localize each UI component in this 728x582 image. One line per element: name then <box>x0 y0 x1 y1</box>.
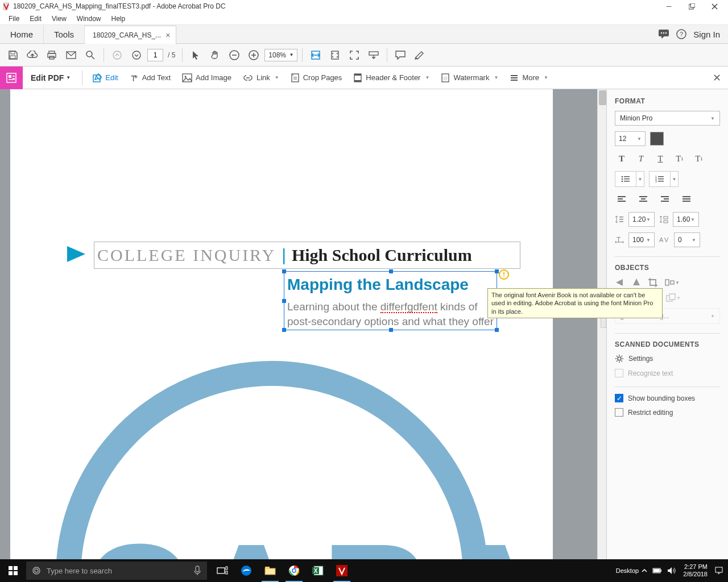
arrange-icon[interactable]: ▼ <box>666 293 681 302</box>
cara-logo-graphic: C A R A <box>10 361 553 568</box>
mail-button[interactable] <box>63 47 80 64</box>
crop-icon[interactable] <box>648 277 658 288</box>
numbered-list-button[interactable]: 123▼ <box>649 171 679 187</box>
tab-document[interactable]: 180209_CARA_HS_... × <box>85 26 176 44</box>
svg-point-14 <box>86 51 92 57</box>
svg-rect-21 <box>369 52 378 55</box>
scrollbar-thumb[interactable] <box>599 90 606 105</box>
bullet-list-button[interactable]: ▼ <box>615 171 644 187</box>
edit-button[interactable]: Edit <box>86 69 123 86</box>
tray-volume-icon[interactable] <box>667 567 676 575</box>
font-size-select[interactable]: 12▼ <box>615 131 646 146</box>
add-text-button[interactable]: TAdd Text <box>124 69 176 86</box>
align-right-button[interactable] <box>658 193 672 206</box>
tab-tools[interactable]: Tools <box>44 25 85 43</box>
edit-pdf-category-icon[interactable] <box>0 66 23 89</box>
document-view[interactable]: COLLEGE INQUIRY | High School Curriculum… <box>0 89 606 568</box>
para-spacing-select[interactable]: 1.60▼ <box>673 212 699 227</box>
minimize-button[interactable]: ─ <box>657 0 680 13</box>
task-view-icon[interactable] <box>210 559 234 582</box>
recognize-text-checkbox[interactable]: Recognize text <box>615 369 720 377</box>
tray-clock[interactable]: 2:27 PM2/8/2018 <box>683 563 708 578</box>
page-down-button[interactable] <box>128 47 145 64</box>
print-button[interactable] <box>43 47 60 64</box>
link-button[interactable]: Link▼ <box>237 69 285 86</box>
more-button[interactable]: More▼ <box>504 69 554 86</box>
fit-page-button[interactable] <box>326 47 344 64</box>
close-editbar-button[interactable]: ✕ <box>713 72 721 84</box>
subtitle-line1[interactable]: Learning about the differfgdfent kinds o… <box>287 301 478 313</box>
flip-h-icon[interactable] <box>632 277 641 288</box>
header-textbox[interactable]: COLLEGE INQUIRY | High School Curriculum <box>94 242 520 269</box>
fullscreen-button[interactable] <box>346 47 363 64</box>
highlight-button[interactable] <box>411 47 428 64</box>
watermark-button[interactable]: WWatermark▼ <box>435 69 504 86</box>
subtitle-line2[interactable]: post-secondary options and what they off… <box>287 315 494 328</box>
hscale-select[interactable]: 100▼ <box>628 232 655 247</box>
edit-pdf-dropdown[interactable]: Edit PDF▼ <box>23 73 78 82</box>
search-button[interactable] <box>82 47 99 64</box>
mapping-title-text[interactable]: Mapping the Landscape <box>287 276 469 294</box>
menu-view[interactable]: View <box>47 14 72 24</box>
align-left-button[interactable] <box>615 193 628 206</box>
zoom-out-button[interactable] <box>226 47 243 64</box>
svg-rect-95 <box>660 569 661 572</box>
tray-battery-icon[interactable] <box>652 567 663 574</box>
underline-button[interactable]: T <box>653 152 667 165</box>
align-objects-icon[interactable]: ▼ <box>665 277 680 288</box>
align-center-button[interactable] <box>636 193 650 206</box>
scan-settings-button[interactable]: Settings <box>615 354 720 363</box>
chat-icon[interactable] <box>658 29 669 39</box>
tab-home[interactable]: Home <box>0 25 44 43</box>
header-footer-button[interactable]: Header & Footer▼ <box>348 69 435 86</box>
zoom-select[interactable]: 108%▼ <box>264 49 297 61</box>
chrome-icon[interactable] <box>282 559 306 582</box>
italic-button[interactable]: T <box>634 152 648 165</box>
svg-rect-77 <box>14 571 18 575</box>
font-family-select[interactable]: Minion Pro▼ <box>615 111 720 126</box>
cloud-button[interactable] <box>24 47 41 64</box>
menu-file[interactable]: File <box>3 14 24 24</box>
start-button[interactable] <box>0 559 26 582</box>
tray-chevron-icon[interactable] <box>641 567 648 574</box>
edge-icon[interactable] <box>234 559 258 582</box>
tray-desktop-label[interactable]: Desktop <box>616 567 639 574</box>
font-warning-icon[interactable]: ! <box>499 269 509 280</box>
fit-width-button[interactable] <box>307 47 324 64</box>
kerning-select[interactable]: 0▼ <box>674 232 700 247</box>
align-justify-button[interactable] <box>680 193 693 206</box>
acrobat-taskbar-icon[interactable] <box>330 559 354 582</box>
menu-help[interactable]: Help <box>106 14 131 24</box>
crop-pages-button[interactable]: Crop Pages <box>285 69 348 86</box>
subscript-button[interactable]: T1 <box>692 152 706 165</box>
menu-window[interactable]: Window <box>72 14 106 24</box>
pointer-tool[interactable] <box>187 47 204 64</box>
menu-edit[interactable]: Edit <box>24 14 47 24</box>
page-up-button[interactable] <box>109 47 126 64</box>
zoom-in-button[interactable] <box>245 47 262 64</box>
line-spacing-select[interactable]: 1.20▼ <box>628 212 655 227</box>
restrict-editing-checkbox[interactable]: Restrict editing <box>615 408 720 417</box>
page-number-input[interactable] <box>147 49 163 61</box>
help-icon[interactable]: ? <box>676 29 686 39</box>
add-image-button[interactable]: Add Image <box>176 69 237 86</box>
excel-icon[interactable]: X <box>306 559 330 582</box>
taskbar-search[interactable]: Type here to search <box>26 562 207 580</box>
svg-text:3: 3 <box>655 180 657 182</box>
signin-button[interactable]: Sign In <box>693 30 720 39</box>
explorer-icon[interactable] <box>258 559 282 582</box>
tray-notifications-icon[interactable] <box>714 566 723 575</box>
vertical-scrollbar[interactable] <box>597 89 606 568</box>
comment-button[interactable] <box>392 47 409 64</box>
flip-v-icon[interactable] <box>615 277 625 288</box>
superscript-button[interactable]: T1 <box>673 152 686 165</box>
read-mode-button[interactable] <box>365 47 382 64</box>
tab-close-icon[interactable]: × <box>166 31 170 40</box>
font-color-swatch[interactable] <box>650 132 664 146</box>
show-bounding-boxes-checkbox[interactable]: ✓Show bounding boxes <box>615 394 720 402</box>
hand-tool[interactable] <box>206 47 224 64</box>
maximize-button[interactable] <box>680 0 703 13</box>
close-button[interactable] <box>703 0 726 13</box>
save-button[interactable] <box>5 47 22 64</box>
bold-button[interactable]: T <box>615 152 628 165</box>
